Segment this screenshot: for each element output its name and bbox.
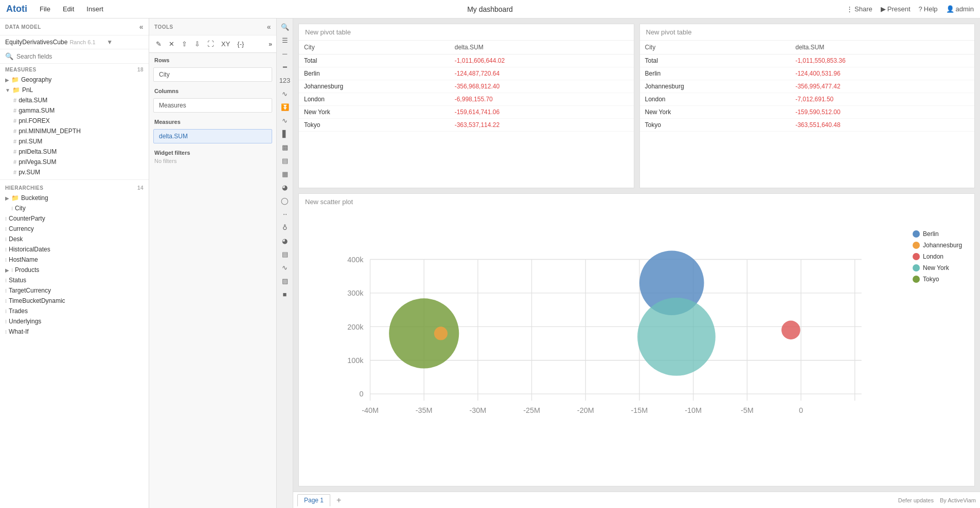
tree-item-currency[interactable]: ⁝ Currency: [0, 224, 149, 234]
tree-item-gamma-sum[interactable]: # gamma.SUM: [0, 105, 149, 116]
tree-item-timebucketdynamic[interactable]: ⁝ TimeBucketDynamic: [0, 296, 149, 306]
search-input[interactable]: [16, 53, 144, 60]
svg-text:-25M: -25M: [523, 406, 540, 414]
tool-image-btn[interactable]: ⛶: [205, 39, 217, 49]
tree-item-delta-sum[interactable]: # delta.SUM: [0, 95, 149, 105]
hierarchy-icon-counterparty: ⁝: [5, 216, 7, 222]
search-box: 🔍: [0, 49, 149, 64]
legend-dot: [913, 264, 920, 271]
sidebar-wave-btn[interactable]: ∿: [278, 114, 292, 126]
data-model-header: DATA MODEL «: [0, 19, 149, 35]
folder-icon-pnl: 📁: [12, 86, 20, 94]
present-button[interactable]: ▶ Present: [881, 5, 911, 13]
hierarchies-section-header: HIERARCHIES 14: [0, 182, 149, 193]
sidebar-treemap-btn[interactable]: ▨: [278, 275, 292, 287]
sidebar-sparkline-btn[interactable]: ∿: [278, 261, 292, 274]
tool-xy-btn[interactable]: XY: [219, 39, 233, 49]
page-tab-1[interactable]: Page 1: [297, 494, 330, 506]
tree-item-hostname[interactable]: ⁝ HostName: [0, 255, 149, 265]
sidebar-search-btn[interactable]: 🔍: [278, 21, 292, 33]
sidebar-stacked-btn[interactable]: ▦: [278, 168, 292, 180]
table-row: Total-1,011,550,853.36: [640, 55, 975, 67]
bubble-tokyo[interactable]: [389, 298, 459, 368]
sidebar-gauge-btn[interactable]: ◕: [278, 234, 292, 247]
table-row: Total-1,011,606,644.02: [299, 55, 634, 67]
tool-clear-btn[interactable]: ✕: [166, 39, 177, 49]
tree-item-pnlvega-sum[interactable]: # pnlVega.SUM: [0, 157, 149, 167]
tree-item-pv-sum[interactable]: # pv.SUM: [0, 167, 149, 177]
scatter-widget: New scatter plot: [298, 193, 975, 486]
add-page-button[interactable]: +: [332, 495, 345, 506]
sidebar-num-btn[interactable]: 123: [278, 74, 292, 86]
hash-icon-gamma: #: [13, 107, 16, 114]
tree-item-underlyings[interactable]: ⁝ Underlyings: [0, 316, 149, 326]
table-row: New York-159,590,512.00: [640, 106, 975, 119]
tree-item-status[interactable]: ⁝ Status: [0, 275, 149, 285]
tree-item-pnl-forex[interactable]: # pnl.FOREX: [0, 116, 149, 126]
hash-icon-pnl-sum: #: [13, 138, 16, 144]
sidebar-map-btn[interactable]: ♁: [278, 221, 292, 233]
pivot-table-1-table: City delta.SUM Total-1,011,606,644.02Ber…: [299, 41, 634, 132]
sidebar-bar-h-btn[interactable]: ▩: [278, 141, 292, 153]
tree-item-desk[interactable]: ⁝ Desk: [0, 234, 149, 244]
sidebar-line-btn[interactable]: ∿: [278, 87, 292, 100]
svg-text:0: 0: [799, 406, 803, 414]
columns-drop-zone[interactable]: Measures: [153, 98, 272, 113]
sidebar-scatter-btn[interactable]: ⋅⋅: [278, 208, 292, 220]
hash-icon-pnl-min: #: [13, 128, 16, 134]
menu-file[interactable]: File: [38, 4, 52, 14]
pivot2-col1-header: City: [640, 41, 791, 55]
sidebar-separator1-btn[interactable]: ■: [278, 288, 292, 300]
measures-drop-zone[interactable]: delta.SUM: [153, 129, 272, 143]
help-button[interactable]: ? Help: [919, 5, 938, 13]
menu-bar: File Edit Insert: [38, 4, 105, 14]
sidebar-bar-group-btn[interactable]: ▤: [278, 154, 292, 167]
sidebar-area-btn[interactable]: ⏬: [278, 101, 292, 113]
defer-updates-btn[interactable]: Defer updates: [898, 497, 934, 503]
tree-item-bucketing[interactable]: ▶ 📁 Bucketing: [0, 193, 149, 203]
widget-filters-section: Widget filters No filters: [149, 146, 276, 168]
admin-button[interactable]: 👤 admin: [946, 5, 974, 13]
tool-edit-btn[interactable]: ✎: [153, 39, 164, 49]
collapse-left-panel[interactable]: «: [139, 23, 144, 31]
tool-sort-desc-btn[interactable]: ⇩: [192, 39, 203, 49]
sidebar-table-btn[interactable]: ☰: [278, 34, 292, 46]
sidebar-combo-btn[interactable]: ▤: [278, 248, 292, 260]
tool-brackets-btn[interactable]: {-}: [235, 39, 246, 49]
sidebar-cols-btn[interactable]: ━: [278, 61, 292, 73]
hash-icon-pv: #: [13, 169, 16, 175]
bubble-newyork[interactable]: [637, 298, 716, 376]
menu-insert[interactable]: Insert: [84, 4, 105, 14]
tree-item-city[interactable]: ▶ ⁝ City: [0, 203, 149, 213]
tool-sort-asc-btn[interactable]: ⇧: [179, 39, 190, 49]
share-button[interactable]: ⋮ Share: [846, 5, 872, 13]
rows-drop-zone[interactable]: City: [153, 67, 272, 82]
bubble-london[interactable]: [781, 321, 800, 340]
tree-item-pnl-min-depth[interactable]: # pnl.MINIMUM_DEPTH: [0, 126, 149, 136]
cube-selector[interactable]: EquityDerivativesCube Ranch 6.1 ▼: [0, 35, 149, 49]
sidebar-pie-btn[interactable]: ◕: [278, 181, 292, 193]
tree-item-trades[interactable]: ⁝ Trades: [0, 306, 149, 316]
tree-item-products[interactable]: ▶ ⁝ Products: [0, 265, 149, 275]
tree-item-historicaldates[interactable]: ⁝ HistoricalDates: [0, 244, 149, 255]
table-row: London-7,012,691.50: [640, 93, 975, 106]
folder-icon-geography: 📁: [11, 76, 19, 83]
tree-item-pnldelta-sum[interactable]: # pnlDelta.SUM: [0, 147, 149, 157]
tree-item-whatif[interactable]: ⁝ What-If: [0, 326, 149, 337]
collapse-tools-panel[interactable]: «: [267, 23, 271, 31]
menu-edit[interactable]: Edit: [61, 4, 76, 14]
sidebar-bar-v-btn[interactable]: ▋: [278, 128, 292, 140]
hierarchy-icon-status: ⁝: [5, 278, 7, 283]
svg-text:0: 0: [359, 390, 363, 398]
table-row: Berlin-124,400,531.96: [640, 67, 975, 80]
sidebar-donut-btn[interactable]: ◯: [278, 194, 292, 207]
tree-item-geography[interactable]: ▶ 📁 Geography: [0, 75, 149, 85]
tools-expand-btn[interactable]: »: [269, 41, 272, 48]
bubble-johannesburg[interactable]: [434, 326, 448, 340]
tree-item-pnl-sum[interactable]: # pnl.SUM: [0, 136, 149, 147]
sidebar-rows-btn[interactable]: ─: [278, 47, 292, 60]
tree-item-counterparty[interactable]: ⁝ CounterParty: [0, 213, 149, 224]
legend-dot: [913, 230, 920, 238]
tree-item-targetcurrency[interactable]: ⁝ TargetCurrency: [0, 285, 149, 296]
tree-item-pnl[interactable]: ▼ 📁 PnL: [0, 85, 149, 95]
